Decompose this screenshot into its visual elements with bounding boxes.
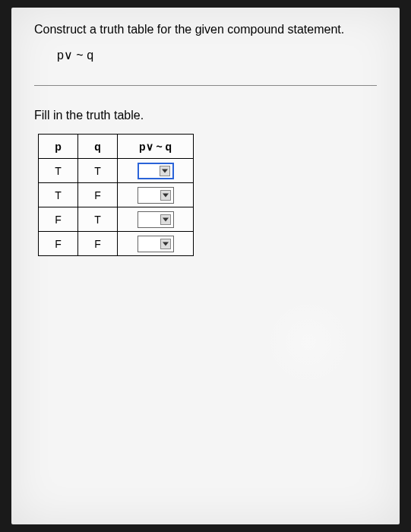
header-result: p∨ ~ q bbox=[118, 135, 194, 159]
svg-marker-2 bbox=[163, 217, 169, 221]
cell-p: F bbox=[39, 207, 78, 232]
cell-result bbox=[118, 232, 194, 256]
cell-q: F bbox=[78, 183, 118, 207]
svg-marker-0 bbox=[162, 169, 168, 173]
svg-marker-1 bbox=[163, 193, 169, 197]
section-divider bbox=[34, 85, 377, 86]
cell-p: F bbox=[39, 232, 78, 256]
result-dropdown[interactable] bbox=[138, 163, 174, 179]
result-dropdown[interactable] bbox=[138, 187, 174, 204]
header-q: q bbox=[78, 135, 118, 159]
cell-q: T bbox=[78, 159, 118, 183]
result-dropdown[interactable] bbox=[138, 211, 174, 228]
table-row: T T bbox=[39, 159, 194, 183]
header-p: p bbox=[39, 135, 78, 159]
cell-p: T bbox=[39, 183, 78, 207]
chevron-down-icon bbox=[160, 190, 171, 201]
svg-marker-3 bbox=[163, 242, 169, 245]
cell-result bbox=[118, 159, 194, 183]
table-row: F T bbox=[39, 207, 194, 232]
result-dropdown[interactable] bbox=[138, 236, 174, 252]
compound-expression: p∨ ~ q bbox=[57, 48, 377, 62]
table-row: T F bbox=[39, 183, 194, 207]
table-header-row: p q p∨ ~ q bbox=[39, 135, 194, 159]
truth-table: p q p∨ ~ q T T T F bbox=[38, 134, 194, 256]
cell-result bbox=[118, 207, 194, 232]
chevron-down-icon bbox=[160, 239, 171, 249]
worksheet-page: Construct a truth table for the given co… bbox=[11, 8, 400, 524]
chevron-down-icon bbox=[160, 214, 171, 225]
cell-p: T bbox=[39, 159, 78, 183]
cell-result bbox=[118, 183, 194, 207]
cell-q: T bbox=[78, 207, 118, 232]
chevron-down-icon bbox=[160, 166, 170, 176]
table-row: F F bbox=[39, 232, 194, 256]
instruction-text: Construct a truth table for the given co… bbox=[34, 23, 377, 36]
cell-q: F bbox=[78, 232, 118, 256]
subinstruction-text: Fill in the truth table. bbox=[34, 109, 377, 122]
